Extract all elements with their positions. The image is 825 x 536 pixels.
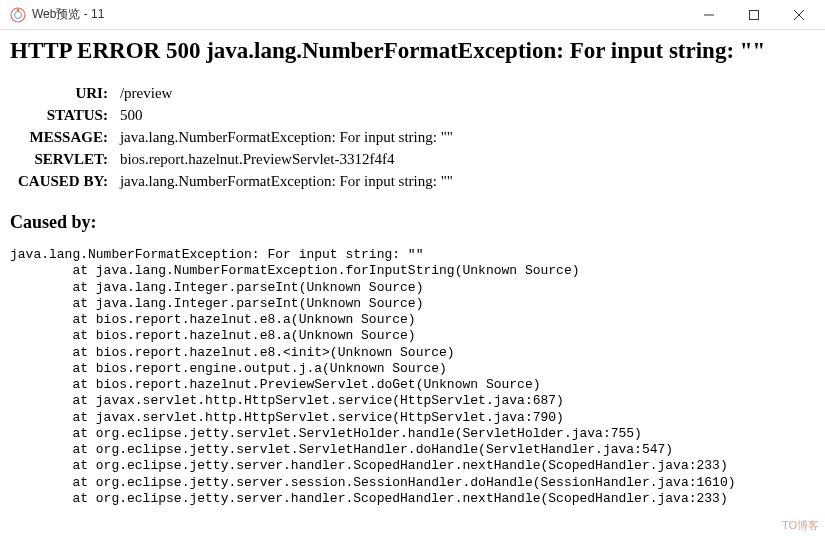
uri-label: URI: [14, 82, 116, 104]
window-titlebar: Web预览 - 11 [0, 0, 825, 30]
message-label: MESSAGE: [14, 126, 116, 148]
page-content: HTTP ERROR 500 java.lang.NumberFormatExc… [0, 30, 825, 515]
error-details-table: URI: /preview STATUS: 500 MESSAGE: java.… [14, 82, 457, 192]
causedby-value: java.lang.NumberFormatException: For inp… [116, 170, 457, 192]
status-label: STATUS: [14, 104, 116, 126]
table-row: CAUSED BY: java.lang.NumberFormatExcepti… [14, 170, 457, 192]
watermark: TO博客 [782, 518, 819, 533]
error-headline: HTTP ERROR 500 java.lang.NumberFormatExc… [10, 38, 817, 64]
message-value: java.lang.NumberFormatException: For inp… [116, 126, 457, 148]
svg-rect-4 [749, 10, 758, 19]
minimize-button[interactable] [686, 1, 731, 29]
app-icon [10, 7, 26, 23]
table-row: STATUS: 500 [14, 104, 457, 126]
window-controls [686, 1, 821, 29]
servlet-label: SERVLET: [14, 148, 116, 170]
stacktrace: java.lang.NumberFormatException: For inp… [10, 247, 817, 507]
uri-value: /preview [116, 82, 457, 104]
caused-by-heading: Caused by: [10, 212, 817, 233]
svg-point-1 [15, 11, 22, 18]
table-row: MESSAGE: java.lang.NumberFormatException… [14, 126, 457, 148]
close-button[interactable] [776, 1, 821, 29]
table-row: SERVLET: bios.report.hazelnut.PreviewSer… [14, 148, 457, 170]
window-title: Web预览 - 11 [32, 6, 686, 23]
causedby-label: CAUSED BY: [14, 170, 116, 192]
servlet-value: bios.report.hazelnut.PreviewServlet-3312… [116, 148, 457, 170]
svg-point-2 [17, 8, 19, 10]
maximize-button[interactable] [731, 1, 776, 29]
status-value: 500 [116, 104, 457, 126]
table-row: URI: /preview [14, 82, 457, 104]
